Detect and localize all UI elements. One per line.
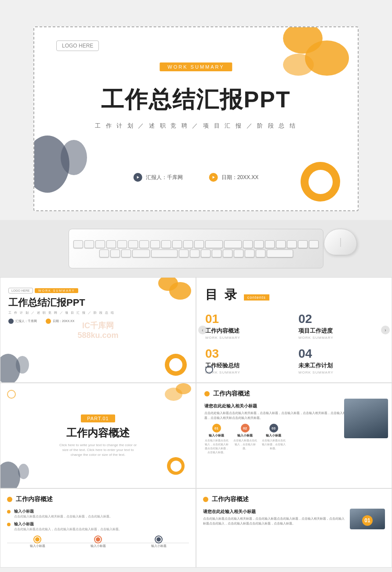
- date-label: 日期：20XX.XX: [221, 174, 259, 181]
- contents-num-01: 01: [205, 312, 290, 326]
- bottom2-subtitle: 请您在此处输入相关小标题: [203, 509, 345, 515]
- mini-reporter-label: 汇报人：千库网: [15, 319, 37, 323]
- detail-num-badge-1: 01: [212, 424, 221, 433]
- slide-detail: 工作内容概述 请您在此处输入相关小标题 点击此处输入标题点击此输入相关标题，点击…: [196, 383, 392, 488]
- bottom1-text-2: 点击此输入标题点击此输入，点击此输入标题点击此输入标题，点击输入标题。: [14, 527, 189, 532]
- part-badge: PART.01: [81, 414, 115, 422]
- bottom1-header: 工作内容概述: [7, 495, 189, 503]
- timeline-nodes: 输入小标题 输入小标题 输入小标题: [7, 536, 189, 549]
- timeline-container: 输入小标题 输入小标题 输入小标题: [7, 536, 189, 549]
- contents-sub-04: WORK SUMMARY: [298, 370, 383, 374]
- contents-item-02: 02 项目工作进度 WORK SUMMARY: [298, 312, 383, 340]
- mini-orange-circle: [165, 354, 187, 376]
- key: [276, 240, 286, 248]
- key: [179, 249, 189, 257]
- mouse-img: [324, 229, 357, 255]
- key: [73, 240, 83, 248]
- key: [243, 240, 253, 248]
- contents-sub-01: WORK SUMMARY: [205, 336, 290, 340]
- bottom2-dot: [203, 497, 208, 502]
- detail-photo: [344, 399, 388, 438]
- logo-box: LOGO HERE: [56, 40, 99, 51]
- mini-blob-blue2: [16, 356, 29, 374]
- detail-num-badge-2: 02: [241, 424, 250, 433]
- blob-blue-2: [61, 140, 87, 175]
- timeline-circle-1: [34, 536, 40, 543]
- bottom1-dot-1: [7, 510, 11, 513]
- detail-num-sub-1: 点击输入标题点击此输入，点击此输入标题点击此输入标题，点击输入标题。: [204, 439, 229, 455]
- detail-header: 工作内容概述: [204, 390, 384, 398]
- contents-grid: 01 工作内容概述 WORK SUMMARY 02 项目工作进度 WORK SU…: [205, 312, 383, 374]
- bottom2-content: 请您在此处输入相关小标题 点击此输入标题点击此输入相关标题，点击此输入标题点击此…: [203, 509, 385, 529]
- bottom2-body: 点击此输入标题点击此输入相关标题，点击此输入标题点击此输入标题，点击输入相关标题…: [203, 517, 345, 526]
- contents-title-row: 目 录 contents: [205, 286, 383, 303]
- mini-date: 日期：20XX.XX: [46, 319, 74, 324]
- slide-bottom-1: 工作内容概述 输入小标题 点击此输入标题点击此输入相关标题，点击输入标题，点击此…: [0, 488, 196, 568]
- key: [309, 240, 319, 248]
- key: [234, 249, 243, 257]
- key: [172, 240, 182, 248]
- key: [183, 240, 193, 248]
- key: [95, 240, 105, 248]
- slide-part01: PART.01 工作内容概述 Click here to write your …: [0, 383, 196, 488]
- circle-orange: [301, 162, 340, 202]
- contents-label-04: 未来工作计划: [298, 362, 383, 370]
- mini-cover-info: 汇报人：千库网 日期：20XX.XX: [8, 319, 188, 324]
- mini-arrow-dark: [8, 319, 14, 324]
- bottom1-title: 工作内容概述: [16, 495, 53, 503]
- cover-title: 工作总结汇报PPT: [101, 84, 290, 115]
- mini-cover-subtitle: 工 作 计 划 ／ 述 职 竞 聘 ／ 项 目 汇 报 ／ 阶 段 总 结: [8, 311, 188, 315]
- bottom2-num-badge: 01: [362, 515, 373, 526]
- key: [128, 240, 138, 248]
- mini-cover-title: 工作总结汇报PPT: [8, 296, 188, 309]
- bottom1-label-2: 输入小标题: [14, 521, 189, 527]
- key: [194, 240, 204, 248]
- cover-info: 汇报人：千库网 日期：20XX.XX: [134, 173, 259, 182]
- timeline-label-2: 输入小标题: [91, 544, 106, 548]
- arrow-circle-dark: [134, 173, 142, 182]
- detail-num-item-2: 02 输入小标题 点击输入标题点击此输入，点击输入标题。: [233, 424, 257, 455]
- key: [106, 240, 116, 248]
- nav-arrow-right[interactable]: ›: [381, 326, 390, 334]
- cover-date: 日期：20XX.XX: [209, 173, 259, 182]
- contents-title-badge: contents: [244, 294, 269, 301]
- part-content: PART.01 工作内容概述 Click here to write your …: [58, 414, 138, 458]
- key: [224, 240, 242, 248]
- key: [201, 249, 211, 257]
- keyboard-section: [0, 220, 392, 277]
- bottom1-dot-2: [7, 523, 11, 526]
- bottom1-item-2: 输入小标题 点击此输入标题点击此输入，点击此输入标题点击此输入标题，点击输入标题…: [7, 521, 189, 532]
- detail-num-item-3: 03 输入小标题 点击输入标题点击此输入标题，点击输入标题。: [261, 424, 286, 455]
- bottom1-label-1: 输入小标题: [14, 509, 189, 514]
- mini-orange-circle-inner: [169, 358, 182, 371]
- key: [245, 249, 254, 257]
- key: [110, 249, 120, 257]
- key: [99, 249, 109, 257]
- part-circle-decoration: [7, 390, 16, 399]
- detail-dot: [204, 391, 210, 396]
- detail-num-sub-3: 点击输入标题点击此输入标题，点击输入标题。: [261, 439, 286, 451]
- detail-photo-inner: [344, 399, 388, 438]
- key: [121, 249, 131, 257]
- arrow-circle-orange: [209, 173, 218, 182]
- keyboard-img: [69, 229, 323, 268]
- detail-section-title: 工作内容概述: [213, 390, 250, 398]
- contents-title-cn: 目 录: [205, 286, 239, 303]
- key: [267, 249, 293, 257]
- part-blob-blue2: [18, 464, 29, 479]
- bottom2-photo: 01: [350, 509, 385, 529]
- blob-orange-2: [305, 40, 349, 76]
- key: [190, 249, 200, 257]
- key: [212, 249, 221, 257]
- key: [205, 240, 223, 248]
- nav-arrow-left[interactable]: ‹: [198, 326, 207, 334]
- part-desc: Click here to write your text to change …: [58, 443, 138, 458]
- bottom1-content-1: 输入小标题 点击此输入标题点击此输入相关标题，点击输入标题，点击此输入标题。: [14, 509, 189, 519]
- key: [139, 240, 149, 248]
- contents-label-02: 项目工作进度: [298, 327, 383, 335]
- detail-num-label-2: 输入小标题: [237, 433, 253, 438]
- key: [151, 249, 178, 257]
- contents-item-04: 04 未来工作计划 WORK SUMMARY: [298, 347, 383, 374]
- detail-content: 请您在此处输入相关小标题 点击此处输入标题点击此输入相关标题，点击输入标题，点击…: [204, 403, 384, 458]
- mouse-line: [340, 238, 341, 247]
